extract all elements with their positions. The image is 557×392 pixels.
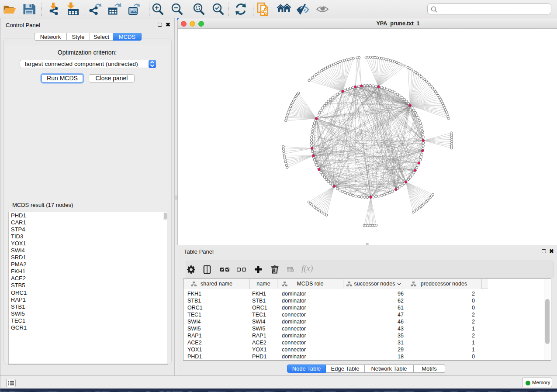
svg-text:f(x): f(x) (301, 264, 313, 273)
